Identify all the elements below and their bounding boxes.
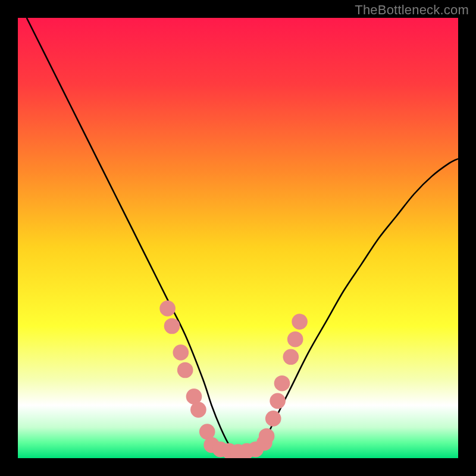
highlight-dot — [259, 428, 275, 444]
chart-frame: TheBottleneck.com — [0, 0, 476, 476]
plot-area — [18, 18, 458, 458]
highlight-dot — [190, 402, 206, 418]
highlight-dot — [270, 393, 286, 409]
highlight-dot — [265, 411, 281, 427]
highlight-dot — [283, 349, 299, 365]
highlight-dot — [287, 331, 303, 347]
bottleneck-curve — [27, 18, 458, 455]
highlight-dot — [274, 375, 290, 392]
highlight-dot — [159, 300, 176, 317]
highlight-dot — [177, 362, 193, 378]
highlight-dot — [164, 318, 180, 334]
highlight-dot — [173, 345, 189, 361]
watermark-text: TheBottleneck.com — [355, 2, 469, 18]
highlight-dot — [292, 314, 308, 330]
curve-layer — [18, 18, 458, 458]
highlight-dots — [159, 300, 308, 458]
